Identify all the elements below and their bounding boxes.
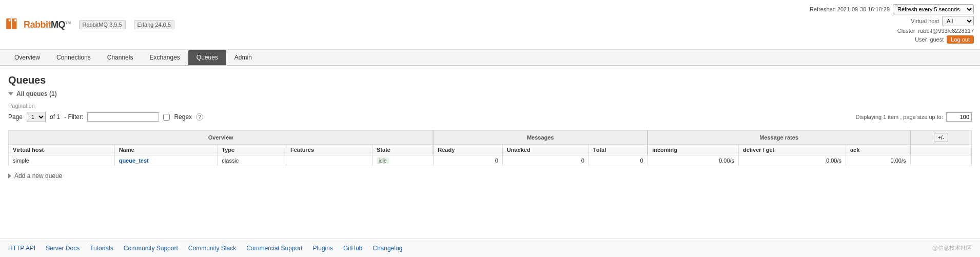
vhost-label: Virtual host — [911, 18, 939, 24]
of-label: of 1 — [50, 113, 60, 121]
cell-features — [286, 155, 373, 166]
nav-connections[interactable]: Connections — [48, 50, 99, 65]
regex-checkbox[interactable] — [163, 114, 170, 121]
erlang-version: Erlang 24.0.5 — [134, 20, 174, 29]
svg-rect-4 — [14, 19, 16, 22]
pagination-right: Displaying 1 item , page size up to: — [855, 112, 972, 122]
group-overview: Overview — [9, 131, 434, 145]
cell-row-action — [910, 155, 971, 166]
user-value: guest — [930, 36, 944, 43]
group-plusminus: +/- — [910, 131, 971, 145]
group-message-rates: Message rates — [648, 131, 910, 145]
regex-help-icon[interactable]: ? — [196, 113, 203, 121]
header-right: Refreshed 2021-09-30 16:18:29 Refresh ev… — [810, 4, 974, 45]
col-unacked: Unacked — [502, 145, 589, 155]
svg-rect-3 — [9, 19, 11, 22]
cell-incoming: 0.00/s — [648, 155, 738, 166]
logout-button[interactable]: Log out — [947, 35, 974, 44]
cluster-label: Cluster — [897, 28, 915, 34]
cluster-value: rabbit@993fc8228117 — [918, 28, 974, 34]
state-badge: idle — [377, 157, 389, 164]
add-queue-label: Add a new queue — [14, 172, 62, 180]
main-content: Queues All queues (1) Pagination Page 1 … — [0, 66, 980, 188]
add-queue-row[interactable]: Add a new queue — [8, 172, 972, 180]
cell-total: 0 — [589, 155, 648, 166]
pagination-row: Page 1 of 1 - Filter: Regex ? Displaying… — [8, 112, 972, 122]
col-deliver-get: deliver / get — [739, 145, 846, 155]
plusminus-button[interactable]: +/- — [934, 133, 948, 142]
pagination-label: Pagination — [8, 103, 972, 109]
refresh-select[interactable]: Refresh every 5 seconds Refresh every 10… — [893, 4, 974, 14]
queue-table: Overview Messages Message rates +/- Virt… — [8, 130, 972, 166]
page-size-input[interactable] — [946, 112, 972, 122]
nav-channels[interactable]: Channels — [99, 50, 142, 65]
refresh-row: Refreshed 2021-09-30 16:18:29 Refresh ev… — [810, 4, 974, 14]
nav-admin[interactable]: Admin — [226, 50, 260, 65]
refreshed-label: Refreshed 2021-09-30 16:18:29 — [810, 6, 890, 12]
user-label: User — [915, 36, 927, 43]
rabbitmq-version: RabbitMQ 3.9.5 — [79, 20, 126, 29]
nav-exchanges[interactable]: Exchanges — [141, 50, 188, 65]
logo-text: RabbitMQTM — [24, 19, 71, 30]
col-ready: Ready — [433, 145, 502, 155]
col-type: Type — [218, 145, 286, 155]
queue-name-link[interactable]: queue_test — [119, 157, 149, 164]
col-name: Name — [114, 145, 218, 155]
section-header: All queues (1) — [8, 90, 972, 97]
cell-deliver-get: 0.00/s — [739, 155, 846, 166]
cell-ready: 0 — [433, 155, 502, 166]
col-state: State — [373, 145, 434, 155]
table-row: simple queue_test classic idle 0 0 0 0.0… — [9, 155, 972, 166]
logo: RabbitMQTM — [6, 18, 71, 31]
cell-ack: 0.00/s — [846, 155, 910, 166]
cell-type: classic — [218, 155, 286, 166]
col-ack: ack — [846, 145, 910, 155]
group-messages: Messages — [433, 131, 648, 145]
main-nav: Overview Connections Channels Exchanges … — [0, 50, 980, 66]
vhost-row: Virtual host All simple — [810, 16, 974, 26]
table-col-header-row: Virtual host Name Type Features State Re… — [9, 145, 972, 155]
col-incoming: incoming — [648, 145, 738, 155]
col-virtual-host: Virtual host — [9, 145, 115, 155]
col-total: Total — [589, 145, 648, 155]
cell-virtual-host: simple — [9, 155, 115, 166]
cell-state: idle — [373, 155, 434, 166]
page-label: Page — [8, 113, 23, 121]
page-title: Queues — [8, 74, 972, 86]
expand-icon — [8, 173, 11, 179]
nav-queues[interactable]: Queues — [188, 50, 226, 65]
svg-rect-0 — [6, 21, 11, 29]
regex-label: Regex — [174, 113, 192, 121]
nav-overview[interactable]: Overview — [6, 50, 48, 65]
table-group-header-row: Overview Messages Message rates +/- — [9, 131, 972, 145]
vhost-select[interactable]: All simple — [942, 16, 974, 26]
cell-name: queue_test — [114, 155, 218, 166]
collapse-icon[interactable] — [8, 92, 13, 95]
filter-input[interactable] — [87, 112, 159, 122]
user-row: User guest Log out — [810, 35, 974, 44]
filter-label: - Filter: — [64, 113, 83, 121]
col-features: Features — [286, 145, 373, 155]
cell-unacked: 0 — [502, 155, 589, 166]
section-label: All queues (1) — [16, 90, 57, 97]
page-select[interactable]: 1 — [27, 112, 46, 122]
cluster-row: Cluster rabbit@993fc8228117 — [810, 28, 974, 34]
header: RabbitMQTM RabbitMQ 3.9.5 Erlang 24.0.5 … — [0, 0, 980, 50]
col-actions — [910, 145, 971, 155]
displaying-label: Displaying 1 item , page size up to: — [855, 114, 943, 120]
logo-area: RabbitMQTM RabbitMQ 3.9.5 Erlang 24.0.5 — [6, 18, 174, 31]
rabbitmq-logo-icon — [6, 18, 22, 31]
